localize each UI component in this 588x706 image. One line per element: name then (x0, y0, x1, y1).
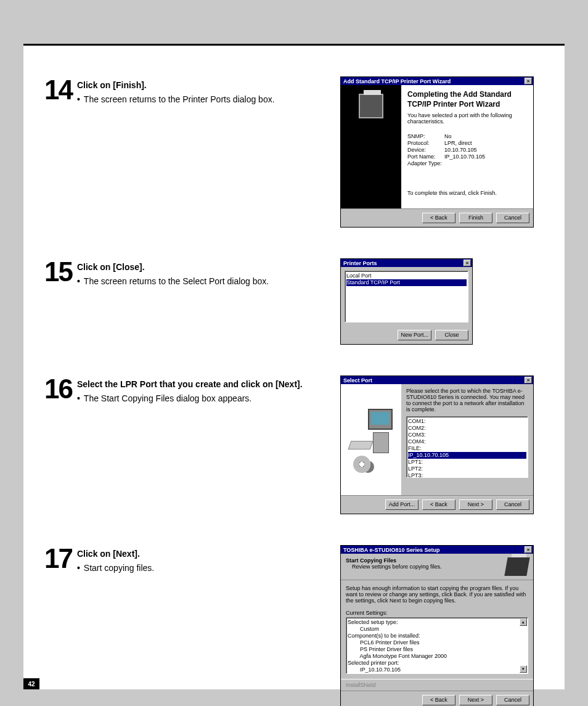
step-14: 14 Click on [Finish]. • The screen retur… (44, 76, 552, 228)
cancel-button[interactable]: Cancel (496, 499, 529, 510)
list-item: Component(s) to be installed: (348, 633, 519, 639)
back-button[interactable]: < Back (422, 499, 455, 510)
step-15: 15 Click on [Close]. • The screen return… (44, 258, 552, 345)
scroll-down-icon[interactable]: ▾ (520, 665, 527, 673)
back-button[interactable]: < Back (422, 213, 455, 223)
monitor-icon (368, 409, 393, 430)
prop-key: Protocol: (407, 140, 444, 146)
wizard-heading-2: TCP/IP Printer Port Wizard (407, 100, 527, 109)
list-item: PCL6 Printer Driver files (348, 639, 519, 646)
step-17: 17 Click on [Next]. • Start copying file… (44, 545, 552, 706)
list-item[interactable]: COM3: (408, 432, 526, 438)
next-button[interactable]: Next > (459, 499, 492, 510)
prop-val: No (444, 133, 452, 139)
dialog-heading: Start Copying Files (346, 557, 442, 564)
close-icon[interactable]: × (525, 78, 532, 84)
step-bullet: • Start copying files. (77, 562, 154, 575)
add-port-button[interactable]: Add Port... (385, 499, 419, 510)
titlebar: Printer Ports × (341, 259, 472, 267)
back-button[interactable]: < Back (422, 695, 455, 705)
tower-icon (373, 432, 389, 453)
close-icon[interactable]: × (525, 546, 532, 553)
list-item[interactable]: COM2: (408, 425, 526, 432)
bullet-text: The screen returns to the Printer Ports … (84, 93, 275, 106)
port-properties: SNMP:No Protocol:LPR, direct Device:10.1… (407, 133, 527, 166)
step-16-text: 16 Select the LPR Port that you create a… (44, 376, 340, 514)
list-item[interactable]: LPT1: (408, 459, 526, 466)
step-number: 15 (44, 258, 72, 285)
window-title: TOSHIBA e-STUDIO810 Series Setup (343, 547, 440, 553)
cancel-button[interactable]: Cancel (496, 213, 529, 223)
bullet-dot: • (77, 562, 80, 575)
page-number: 42 (23, 678, 39, 689)
bullet-text: The Start Copying Files dialog box appea… (84, 392, 251, 405)
manual-page: 14 Click on [Finish]. • The screen retur… (23, 16, 565, 689)
step-14-text: 14 Click on [Finish]. • The screen retur… (44, 76, 340, 228)
step-number: 17 (44, 545, 72, 572)
wizard-complete-text: To complete this wizard, click Finish. (407, 190, 527, 196)
titlebar: Add Standard TCP/IP Printer Port Wizard … (341, 77, 533, 85)
list-item: Custom (348, 626, 519, 633)
close-button[interactable]: Close (435, 330, 468, 340)
current-settings-label: Current Settings: (346, 610, 528, 616)
bullet-text: The screen returns to the Select Port di… (84, 275, 269, 288)
dialog-subheading: Review settings before copying files. (352, 564, 442, 570)
keyboard-icon (348, 441, 373, 449)
wizard-graphic (341, 384, 401, 495)
cancel-button[interactable]: Cancel (496, 695, 529, 705)
new-port-button[interactable]: New Port... (398, 330, 431, 340)
list-item: Selected setup type: (348, 619, 519, 626)
select-port-desc: Please select the port to which the TOSH… (406, 388, 528, 413)
printer-icon (359, 94, 383, 118)
step-bullet: • The screen returns to the Select Port … (77, 275, 269, 288)
page-header-bar (23, 16, 565, 46)
select-port-dialog: Select Port × Please select the port to … (340, 376, 534, 514)
list-item: IP_10.10.70.105 (348, 667, 519, 673)
step-bullet: • The Start Copying Files dialog box app… (77, 392, 303, 405)
close-icon[interactable]: × (463, 260, 471, 266)
port-type-list[interactable]: Local Port Standard TCP/IP Port (345, 271, 468, 322)
page-content: 14 Click on [Finish]. • The screen retur… (23, 76, 565, 706)
bullet-dot: • (77, 392, 80, 405)
step-number: 14 (44, 76, 72, 104)
port-list[interactable]: COM1: COM2: COM3: COM4: FILE: IP_10.10.7… (406, 416, 528, 478)
window-title: Select Port (343, 377, 372, 384)
wizard-intro: You have selected a port with the follow… (407, 112, 527, 125)
prop-val: 10.10.70.105 (444, 147, 477, 153)
list-item[interactable]: LPT3: (408, 472, 526, 479)
settings-list[interactable]: ▴ ▾ Selected setup type: Custom Componen… (346, 617, 528, 674)
list-item: Selected printer port: (348, 660, 519, 667)
list-item[interactable]: LPT2: (408, 466, 526, 472)
list-item[interactable]: FILE: (408, 445, 526, 452)
printer-icon (504, 557, 529, 576)
titlebar: Select Port × (341, 376, 533, 384)
titlebar: TOSHIBA e-STUDIO810 Series Setup × (341, 546, 533, 554)
bullet-dot: • (77, 275, 80, 288)
window-title: Add Standard TCP/IP Printer Port Wizard (343, 78, 451, 84)
scroll-up-icon[interactable]: ▴ (520, 618, 527, 626)
prop-val: LPR, direct (444, 140, 472, 146)
list-item-selected[interactable]: IP_10.10.70.105 (408, 452, 526, 459)
installshield-label: InstallShield (341, 679, 533, 691)
start-copying-dialog: TOSHIBA e-STUDIO810 Series Setup × Start… (340, 545, 534, 706)
prop-key: Device: (407, 147, 444, 153)
list-item[interactable]: Local Port (346, 273, 467, 279)
step-heading: Click on [Close]. (77, 261, 269, 274)
list-item[interactable]: COM4: (408, 438, 526, 445)
finish-button[interactable]: Finish (459, 213, 492, 223)
bullet-dot: • (77, 93, 80, 106)
close-icon[interactable]: × (525, 377, 532, 384)
prop-key: Adapter Type: (407, 160, 444, 166)
prop-key: Port Name: (407, 154, 444, 160)
step-number: 16 (44, 376, 72, 403)
list-item[interactable]: Standard TCP/IP Port (346, 279, 467, 286)
list-item[interactable]: COM1: (408, 418, 526, 425)
next-button[interactable]: Next > (459, 695, 492, 705)
prop-key: SNMP: (407, 133, 444, 139)
step-15-text: 15 Click on [Close]. • The screen return… (44, 258, 340, 345)
step-heading: Click on [Finish]. (77, 79, 275, 92)
wizard-heading: Completing the Add Standard (407, 90, 527, 99)
step-17-text: 17 Click on [Next]. • Start copying file… (44, 545, 340, 706)
step-16: 16 Select the LPR Port that you create a… (44, 376, 552, 514)
wizard-sidebar (341, 85, 401, 208)
